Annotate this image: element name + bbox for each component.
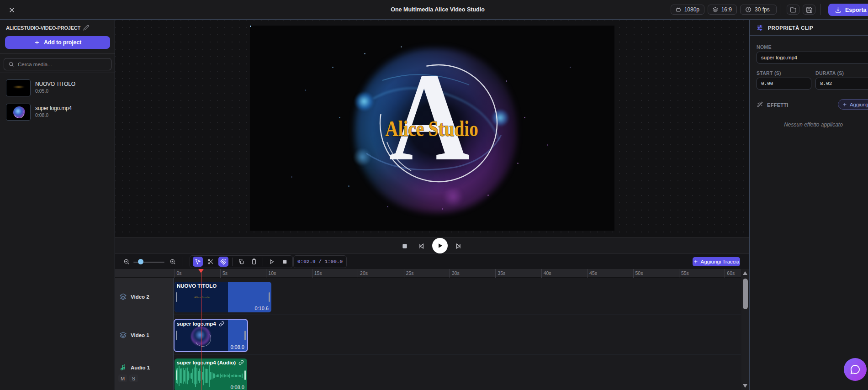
svg-text:Alice Studio: Alice Studio [385,116,478,141]
